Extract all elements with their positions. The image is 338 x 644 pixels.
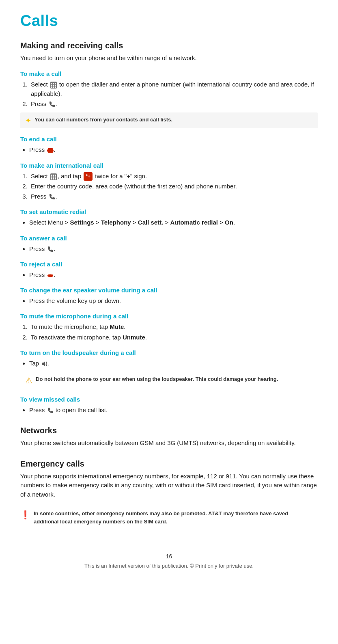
svg-rect-4 <box>51 84 52 86</box>
page-footer: 16 This is an Internet version of this p… <box>20 553 318 569</box>
svg-rect-5 <box>53 84 54 86</box>
steps-missed: Press to open the call list. <box>29 405 318 415</box>
section-intro-emergency: Your phone supports international emerge… <box>20 472 318 499</box>
steps-end-call: Press . <box>29 145 318 154</box>
step-item: Press to open the call list. <box>29 405 318 415</box>
subsection-title-missed: To view missed calls <box>20 396 318 403</box>
subsection-title-international: To make an international call <box>20 162 318 169</box>
svg-rect-23 <box>47 274 53 277</box>
steps-answer: Press . <box>29 244 318 253</box>
section-heading-emergency: Emergency calls <box>20 459 318 469</box>
svg-point-11 <box>47 149 53 151</box>
subsection-title-redial: To set automatic redial <box>20 208 318 215</box>
page-number: 16 <box>20 553 318 560</box>
step-item: Select Menu > Settings > Telephony > Cal… <box>29 218 318 227</box>
warning-loudspeaker: ⚠ Do not hold the phone to your ear when… <box>20 372 318 389</box>
svg-rect-15 <box>55 175 56 176</box>
call-icon <box>49 101 55 108</box>
step-item: Press . <box>29 244 318 253</box>
end-icon2 <box>47 272 54 279</box>
page-title: Calls <box>20 12 318 30</box>
steps-mute: To mute the microphone, tap Mute. To rea… <box>29 322 318 342</box>
subsection-title-mute: To mute the microphone during a call <box>20 313 318 320</box>
star-plus-btn: *+ <box>84 172 93 181</box>
svg-rect-1 <box>51 83 52 84</box>
step-item: Press . <box>29 99 318 108</box>
step-item: Select , and tap *+ twice for a "+" sign… <box>29 171 318 181</box>
step-item: Select to open the dialler and enter a p… <box>29 80 318 99</box>
steps-reject: Press . <box>29 270 318 279</box>
svg-marker-24 <box>42 361 45 366</box>
section-intro-networks: Your phone switches automatically betwee… <box>20 439 318 448</box>
dialer-icon <box>50 82 57 88</box>
section-intro-making-receiving: You need to turn on your phone and be wi… <box>20 54 318 63</box>
svg-rect-19 <box>51 178 52 179</box>
step-item: Tap . <box>29 359 318 368</box>
svg-rect-8 <box>53 86 54 88</box>
note-text: In some countries, other emergency numbe… <box>34 510 313 525</box>
call-icon2 <box>49 194 55 200</box>
svg-rect-18 <box>55 176 56 177</box>
svg-rect-21 <box>55 178 56 179</box>
step-item: Enter the country code, area code (witho… <box>29 182 318 191</box>
steps-international: Select , and tap *+ twice for a "+" sign… <box>29 171 318 201</box>
subsection-title-make-call: To make a call <box>20 70 318 77</box>
svg-rect-13 <box>51 175 52 176</box>
steps-loudspeaker: Tap . <box>29 359 318 368</box>
svg-rect-16 <box>51 176 52 177</box>
note-icon: ❗ <box>20 510 30 520</box>
step-item: Press . <box>29 145 318 154</box>
svg-rect-17 <box>53 176 54 177</box>
warning-icon: ⚠ <box>25 376 32 385</box>
subsection-title-volume: To change the ear speaker volume during … <box>20 287 318 294</box>
step-item: Press . <box>29 270 318 279</box>
steps-redial: Select Menu > Settings > Telephony > Cal… <box>29 218 318 227</box>
subsection-title-loudspeaker: To turn on the loudspeaker during a call <box>20 349 318 356</box>
step-item: To reactivate the microphone, tap Unmute… <box>29 333 318 342</box>
note-emergency: ❗ In some countries, other emergency num… <box>20 506 318 529</box>
section-heading-making-receiving: Making and receiving calls <box>20 41 318 50</box>
tip-text: You can call numbers from your contacts … <box>34 116 172 124</box>
section-heading-networks: Networks <box>20 426 318 435</box>
step-item: Press . <box>29 192 318 201</box>
speaker-icon <box>41 361 47 367</box>
svg-rect-14 <box>53 175 54 176</box>
svg-rect-3 <box>55 83 56 84</box>
step-item: To mute the microphone, tap Mute. <box>29 322 318 331</box>
end-icon <box>47 147 54 153</box>
warning-text: Do not hold the phone to your ear when u… <box>36 375 278 383</box>
svg-rect-7 <box>51 86 52 88</box>
call-icon3 <box>47 246 54 253</box>
subsection-title-answer: To answer a call <box>20 235 318 242</box>
call-icon4 <box>47 407 54 414</box>
tip-box-make-call: ✦ You can call numbers from your contact… <box>20 112 318 128</box>
steps-make-call: Select to open the dialler and enter a p… <box>29 80 318 109</box>
svg-rect-6 <box>55 84 56 86</box>
svg-rect-2 <box>53 83 54 84</box>
dialer-icon2 <box>50 173 57 180</box>
svg-rect-9 <box>55 86 56 88</box>
step-item: Press the volume key up or down. <box>29 296 318 305</box>
tip-icon: ✦ <box>25 116 31 125</box>
subsection-title-end-call: To end a call <box>20 136 318 143</box>
steps-volume: Press the volume key up or down. <box>29 296 318 305</box>
subsection-title-reject: To reject a call <box>20 261 318 268</box>
copyright-text: This is an Internet version of this publ… <box>20 563 318 569</box>
svg-rect-20 <box>53 178 54 179</box>
